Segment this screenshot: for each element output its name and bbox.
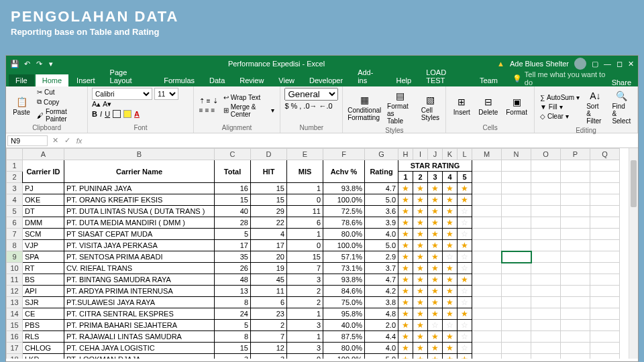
italic-button[interactable]: I: [100, 110, 102, 118]
cell[interactable]: 17: [251, 241, 286, 249]
tab-insert[interactable]: Insert: [70, 74, 102, 86]
fill-button[interactable]: ▼Fill▾: [539, 103, 581, 111]
save-icon[interactable]: 💾: [10, 59, 19, 68]
cell[interactable]: 2: [251, 321, 286, 329]
row-header[interactable]: 13: [7, 297, 23, 308]
cell[interactable]: PT SIASAT CEPAT MUDA: [64, 230, 214, 238]
font-size-select[interactable]: 11: [154, 88, 178, 100]
cell[interactable]: 5: [215, 230, 250, 238]
cell[interactable]: 75.0%: [323, 298, 364, 306]
cell[interactable]: 5: [215, 321, 250, 329]
wrap-text-button[interactable]: ↩Wrap Text: [222, 93, 276, 102]
cell[interactable]: PT. ORANG KREATIF EKSIS: [64, 196, 214, 204]
cell-styles-button[interactable]: ▧Cell Styles: [419, 92, 441, 123]
cell[interactable]: 3.7: [365, 264, 398, 272]
cell[interactable]: 100.0%: [323, 196, 364, 204]
vertical-scrollbar[interactable]: [629, 148, 638, 359]
cell[interactable]: 3: [287, 321, 323, 329]
column-header-D[interactable]: D: [251, 149, 287, 160]
cell[interactable]: PT. DUTA MEDIA MANDIRI ( DMM ): [64, 219, 214, 227]
cell[interactable]: PJ: [23, 184, 64, 192]
cell[interactable]: 11: [251, 287, 286, 295]
cell[interactable]: 3: [215, 355, 250, 359]
cell[interactable]: 0: [287, 196, 323, 204]
cell[interactable]: 57.1%: [323, 253, 364, 261]
sort-filter-button[interactable]: A↓Sort & Filter: [584, 88, 606, 126]
cell[interactable]: 93.8%: [323, 276, 364, 284]
cell[interactable]: 3.9: [365, 219, 398, 227]
cell[interactable]: 23: [251, 310, 286, 318]
cell[interactable]: 0: [287, 241, 323, 249]
align-middle-icon[interactable]: ≡: [207, 97, 211, 105]
cell[interactable]: 95.8%: [323, 310, 364, 318]
format-cells-button[interactable]: ▣Format: [503, 94, 530, 117]
cell[interactable]: 7: [287, 264, 323, 272]
ribbon-display-icon[interactable]: ▢: [592, 60, 598, 68]
cell[interactable]: 78.6%: [323, 219, 364, 227]
column-header-G[interactable]: G: [365, 149, 398, 160]
cell[interactable]: 80.0%: [323, 344, 364, 352]
currency-icon[interactable]: $: [284, 102, 288, 110]
cell[interactable]: PBS: [23, 321, 64, 329]
cell[interactable]: 3: [287, 276, 323, 284]
row-header[interactable]: 8: [7, 240, 23, 251]
cell[interactable]: PT. LOOKMAN DJAJA: [64, 355, 214, 359]
cell[interactable]: 6: [251, 298, 286, 306]
format-as-table-button[interactable]: ▤Format as Table: [384, 88, 416, 126]
align-bottom-icon[interactable]: ⇣: [213, 97, 218, 105]
cancel-formula-icon[interactable]: ✕: [49, 136, 61, 145]
cell[interactable]: 2.0: [365, 321, 398, 329]
select-all-corner[interactable]: [7, 149, 23, 160]
conditional-formatting-button[interactable]: ▦Conditional Formatting: [347, 92, 382, 123]
formula-input[interactable]: [85, 135, 638, 146]
cell[interactable]: 8: [215, 333, 250, 341]
cell[interactable]: 4.7: [365, 276, 398, 284]
tab-file[interactable]: File: [9, 74, 34, 86]
font-color-icon[interactable]: A: [134, 110, 140, 118]
cell[interactable]: 3: [287, 344, 323, 352]
cell[interactable]: SPA: [23, 253, 64, 261]
user-name[interactable]: Ade Blues Shelter: [510, 60, 569, 68]
tab-formulas[interactable]: Formulas: [157, 74, 201, 86]
cell[interactable]: 35: [215, 253, 250, 261]
cell[interactable]: DT: [23, 207, 64, 215]
cell[interactable]: 26: [215, 264, 250, 272]
row-header[interactable]: 1: [7, 160, 23, 172]
row-header[interactable]: 11: [7, 274, 23, 286]
cut-button[interactable]: ✂Cut: [36, 88, 83, 97]
cell[interactable]: 13: [215, 287, 250, 295]
column-header-M[interactable]: M: [472, 149, 502, 160]
column-header-L[interactable]: L: [458, 149, 472, 160]
number-format-select[interactable]: General: [284, 88, 338, 101]
minimize-icon[interactable]: —: [604, 60, 611, 68]
cell[interactable]: PT. ARDYA PRIMA INTERNUSA: [64, 287, 214, 295]
column-header-Q[interactable]: Q: [590, 149, 620, 160]
cell[interactable]: 40.0%: [323, 321, 364, 329]
row-header[interactable]: 2: [7, 172, 23, 183]
cell[interactable]: PT. BINTANG SAMUDRA RAYA: [64, 276, 214, 284]
cell[interactable]: 100.0%: [323, 241, 364, 249]
cell[interactable]: 3: [251, 355, 286, 359]
column-header-N[interactable]: N: [502, 149, 531, 160]
tab-help[interactable]: Help: [390, 74, 419, 86]
fx-icon[interactable]: fx: [73, 137, 85, 145]
cell[interactable]: 5.0: [365, 355, 398, 359]
cell[interactable]: DMM: [23, 219, 64, 227]
align-left-icon[interactable]: ≡: [199, 107, 203, 114]
cell[interactable]: PT. PUNINAR JAYA: [64, 184, 214, 192]
cell[interactable]: 15: [215, 344, 250, 352]
tab-view[interactable]: View: [272, 74, 301, 86]
share-button[interactable]: Share: [612, 78, 631, 86]
font-name-select[interactable]: Calibri: [92, 88, 152, 100]
cell[interactable]: 15: [287, 253, 323, 261]
cell[interactable]: 4.4: [365, 333, 398, 341]
tab-team[interactable]: Team: [473, 74, 504, 86]
cell[interactable]: 15: [251, 184, 286, 192]
redo-icon[interactable]: ↷: [34, 59, 44, 68]
cell[interactable]: 73.1%: [323, 264, 364, 272]
row-header[interactable]: 7: [7, 229, 23, 240]
cell[interactable]: 93.8%: [323, 184, 364, 192]
cell[interactable]: 0: [287, 355, 323, 359]
border-icon[interactable]: [113, 110, 121, 118]
column-header-A[interactable]: A: [23, 149, 64, 160]
